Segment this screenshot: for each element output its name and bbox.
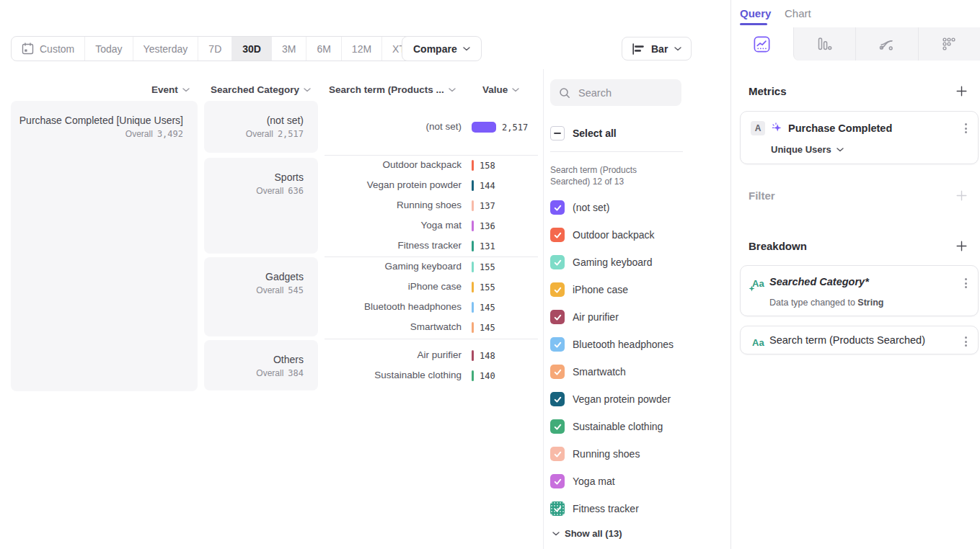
column-header-2[interactable]: Searched Category xyxy=(211,84,311,95)
search-term-label[interactable]: Vegan protein powder xyxy=(303,179,462,190)
chevron-down-icon xyxy=(463,47,470,51)
tab-chart[interactable]: Chart xyxy=(785,7,811,19)
date-range-yesterday[interactable]: Yesterday xyxy=(133,37,199,61)
filter-item[interactable]: Fitness tracker xyxy=(550,501,639,516)
view-tab-retention[interactable] xyxy=(918,27,980,61)
item-checkbox[interactable] xyxy=(550,474,565,488)
item-label: Outdoor backpack xyxy=(573,229,655,241)
search-input[interactable] xyxy=(577,86,674,99)
filter-item[interactable]: Running shoes xyxy=(550,447,640,461)
item-checkbox[interactable] xyxy=(550,310,565,324)
value-number: 136 xyxy=(480,221,495,231)
date-range-12m[interactable]: 12M xyxy=(342,37,382,61)
aggregation-selector[interactable]: Unique Users xyxy=(771,144,844,155)
view-tab-flows[interactable] xyxy=(855,27,918,61)
item-checkbox[interactable] xyxy=(550,392,565,406)
filter-item[interactable]: iPhone case xyxy=(550,282,628,297)
item-checkbox[interactable] xyxy=(550,365,565,379)
item-checkbox[interactable] xyxy=(550,228,565,242)
item-label: Vegan protein powder xyxy=(573,393,671,405)
search-term-label[interactable]: Outdoor backpack xyxy=(303,159,462,170)
query-panel: QueryChartMetricsAPurchase CompletedUniq… xyxy=(730,0,980,549)
tab-query[interactable]: Query xyxy=(740,7,771,19)
search-term-label[interactable]: (not set) xyxy=(303,121,462,132)
search-term-label[interactable]: Smartwatch xyxy=(303,321,462,332)
value-bar xyxy=(472,282,474,293)
overall-value: 2,517 xyxy=(278,129,304,139)
active-tab-underline xyxy=(740,23,767,25)
date-range-6m[interactable]: 6M xyxy=(306,37,341,61)
item-checkbox[interactable] xyxy=(550,501,565,516)
aggregation-label: Unique Users xyxy=(771,144,831,155)
date-range-label: Yesterday xyxy=(144,43,188,55)
compare-button[interactable]: Compare xyxy=(402,36,482,61)
search-icon xyxy=(559,87,570,99)
filter-item[interactable]: Vegan protein powder xyxy=(550,392,671,406)
view-tab-funnels[interactable] xyxy=(793,27,856,61)
metric-card[interactable]: APurchase CompletedUnique Users xyxy=(740,111,979,164)
category-name: (not set) xyxy=(211,114,304,127)
filter-item[interactable]: Gaming keyboard xyxy=(550,255,653,269)
search-term-label[interactable]: Gaming keyboard xyxy=(303,261,462,272)
string-property-icon: Aa xyxy=(752,278,764,289)
filter-item[interactable]: Sustainable clothing xyxy=(550,419,663,434)
chevron-down-icon xyxy=(304,88,311,92)
breakdown-card[interactable]: AaSearched Category*Data type changed to… xyxy=(740,265,979,316)
category-cell[interactable]: (not set)Overall2,517 xyxy=(204,101,318,153)
value-bar xyxy=(472,262,474,272)
filter-item[interactable]: Yoga mat xyxy=(550,474,615,488)
filter-item[interactable]: Smartwatch xyxy=(550,365,626,379)
select-all-checkbox[interactable] xyxy=(550,126,565,140)
add-metric-button[interactable] xyxy=(956,86,967,97)
chart-type-button[interactable]: Bar xyxy=(622,37,692,61)
event-name: Purchase Completed [Unique Users] xyxy=(18,114,183,127)
category-name: Gadgets xyxy=(211,270,304,283)
add-filter-button[interactable] xyxy=(956,190,967,201)
metric-menu-button[interactable] xyxy=(963,121,969,135)
search-term-label[interactable]: Bluetooth headphones xyxy=(303,301,462,312)
search-term-label[interactable]: Air purifier xyxy=(303,349,462,360)
overall-label: Overall xyxy=(256,186,283,196)
add-breakdown-button[interactable] xyxy=(956,241,967,251)
search-term-label[interactable]: Sustainable clothing xyxy=(303,370,462,380)
filter-item[interactable]: (not set) xyxy=(550,200,609,215)
search-term-label[interactable]: Running shoes xyxy=(303,200,462,210)
item-checkbox[interactable] xyxy=(550,337,565,352)
date-range-7d[interactable]: 7D xyxy=(198,37,232,61)
breakdown-card[interactable]: AaSearch term (Products Searched) xyxy=(740,326,979,354)
category-cell[interactable]: SportsOverall636 xyxy=(204,158,318,254)
date-range-label: 7D xyxy=(208,43,221,55)
view-tab-insights[interactable] xyxy=(731,27,793,61)
item-label: Running shoes xyxy=(573,448,640,460)
column-header-1[interactable]: Event xyxy=(151,84,190,95)
filter-item[interactable]: Air purifier xyxy=(550,310,619,324)
item-checkbox[interactable] xyxy=(550,282,565,297)
category-name: Sports xyxy=(211,171,304,184)
search-term-label[interactable]: iPhone case xyxy=(303,281,462,292)
item-checkbox[interactable] xyxy=(550,255,565,269)
filter-item[interactable]: Bluetooth headphones xyxy=(550,337,674,352)
item-checkbox[interactable] xyxy=(550,419,565,434)
category-cell[interactable]: OthersOverall384 xyxy=(204,340,318,390)
select-all-row[interactable]: Select all xyxy=(550,126,617,140)
breakdown-menu-button[interactable] xyxy=(963,334,969,349)
category-cell[interactable]: GadgetsOverall545 xyxy=(204,257,318,336)
date-range-custom[interactable]: Custom xyxy=(12,37,85,61)
item-checkbox[interactable] xyxy=(550,200,565,215)
item-label: Fitness tracker xyxy=(573,503,639,514)
search-term-label[interactable]: Fitness tracker xyxy=(303,240,462,251)
breakdown-menu-button[interactable] xyxy=(963,276,969,290)
item-checkbox[interactable] xyxy=(550,447,565,461)
show-all-toggle[interactable]: Show all (13) xyxy=(552,528,622,539)
search-box[interactable] xyxy=(550,79,681,106)
column-header-4[interactable]: Value xyxy=(482,84,519,95)
date-range-today[interactable]: Today xyxy=(85,37,133,61)
search-term-label[interactable]: Yoga mat xyxy=(303,220,462,231)
column-header-3[interactable]: Search term (Products ... xyxy=(329,84,456,95)
event-cell[interactable]: Purchase Completed [Unique Users]Overall… xyxy=(11,101,198,391)
date-range-30d[interactable]: 30D xyxy=(232,37,272,61)
filter-list-label: Search term (Products Searched) 12 of 13 xyxy=(550,164,669,187)
chart-type-label: Bar xyxy=(651,43,668,55)
filter-item[interactable]: Outdoor backpack xyxy=(550,228,655,242)
date-range-3m[interactable]: 3M xyxy=(272,37,306,61)
